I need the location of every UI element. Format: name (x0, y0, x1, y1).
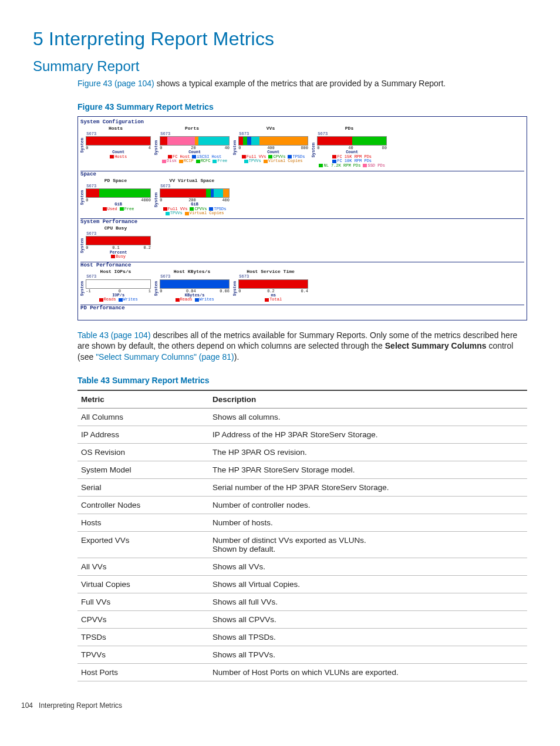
metric-cell: Serial (77, 479, 209, 497)
table-row: OS RevisionThe HP 3PAR OS revision. (77, 444, 527, 461)
description-cell: Shows all TPVVs. (209, 646, 527, 664)
metrics-table: Metric Description All ColumnsShows all … (77, 390, 527, 681)
footer-chapter: Interpreting Report Metrics (39, 701, 122, 710)
mid-text-3: ). (234, 352, 239, 362)
col-metric: Metric (77, 390, 209, 409)
table-row: CPVVsShows all CPVVs. (77, 611, 527, 629)
mid-paragraph: Table 43 (page 104) describes all of the… (77, 330, 527, 363)
page-footer: 104 Interpreting Report Metrics (21, 701, 527, 710)
intro-text: shows a typical example of the metrics t… (154, 79, 446, 88)
metric-cell: Controller Nodes (77, 497, 209, 514)
col-description: Description (209, 390, 527, 409)
metric-cell: System Model (77, 461, 209, 479)
columns-ref-link[interactable]: "Select Summary Columns" (page 81) (96, 352, 234, 362)
metric-cell: Virtual Copies (77, 576, 209, 593)
metric-cell: Full VVs (77, 593, 209, 611)
table-row: Full VVsShows all full VVs. (77, 593, 527, 611)
table-row: Controller NodesNumber of controller nod… (77, 497, 527, 514)
metric-cell: IP Address (77, 426, 209, 444)
footer-page-number: 104 (21, 701, 33, 710)
metric-cell: All VVs (77, 558, 209, 576)
description-cell: Shows all VVs. (209, 558, 527, 576)
figure-summary-report: System Configuration Hosts System S673 0… (77, 116, 527, 320)
metric-cell: Hosts (77, 514, 209, 532)
page-title: 5 Interpreting Report Metrics (33, 28, 527, 50)
description-cell: Shows all full VVs. (209, 593, 527, 611)
description-cell: The HP 3PAR OS revision. (209, 444, 527, 461)
table-row: TPVVsShows all TPVVs. (77, 646, 527, 664)
table-row: Exported VVsNumber of distinct VVs expor… (77, 532, 527, 558)
table-row: Host PortsNumber of Host Ports on which … (77, 664, 527, 681)
table-caption: Table 43 Summary Report Metrics (77, 376, 527, 385)
description-cell: Shows all TPSDs. (209, 629, 527, 646)
description-cell: The HP 3PAR StoreServ Storage model. (209, 461, 527, 479)
table-row: HostsNumber of hosts. (77, 514, 527, 532)
description-cell: Number of Host Ports on which VLUNs are … (209, 664, 527, 681)
figure-caption: Figure 43 Summary Report Metrics (77, 102, 527, 112)
table-row: IP AddressIP Address of the HP 3PAR Stor… (77, 426, 527, 444)
description-cell: Shows all Virtual Copies. (209, 576, 527, 593)
description-cell: Shows all CPVVs. (209, 611, 527, 629)
description-cell: IP Address of the HP 3PAR StoreServ Stor… (209, 426, 527, 444)
table-ref-link[interactable]: Table 43 (page 104) (77, 330, 151, 340)
description-cell: Shows all columns. (209, 409, 527, 426)
metric-cell: CPVVs (77, 611, 209, 629)
metric-cell: TPSDs (77, 629, 209, 646)
description-cell: Number of hosts. (209, 514, 527, 532)
metric-cell: Host Ports (77, 664, 209, 681)
table-row: Virtual CopiesShows all Virtual Copies. (77, 576, 527, 593)
description-cell: Serial number of the HP 3PAR StoreServ S… (209, 479, 527, 497)
metric-cell: TPVVs (77, 646, 209, 664)
table-row: TPSDsShows all TPSDs. (77, 629, 527, 646)
table-row: All ColumnsShows all columns. (77, 409, 527, 426)
figure-ref-link[interactable]: Figure 43 (page 104) (77, 79, 154, 88)
metric-cell: All Columns (77, 409, 209, 426)
metric-cell: OS Revision (77, 444, 209, 461)
description-cell: Number of controller nodes. (209, 497, 527, 514)
intro-paragraph: Figure 43 (page 104) shows a typical exa… (77, 78, 527, 89)
section-title: Summary Report (33, 58, 527, 75)
metric-cell: Exported VVs (77, 532, 209, 558)
description-cell: Number of distinct VVs exported as VLUNs… (209, 532, 527, 558)
table-row: SerialSerial number of the HP 3PAR Store… (77, 479, 527, 497)
table-row: System ModelThe HP 3PAR StoreServ Storag… (77, 461, 527, 479)
bold-control-name: Select Summary Columns (385, 341, 487, 350)
table-row: All VVsShows all VVs. (77, 558, 527, 576)
